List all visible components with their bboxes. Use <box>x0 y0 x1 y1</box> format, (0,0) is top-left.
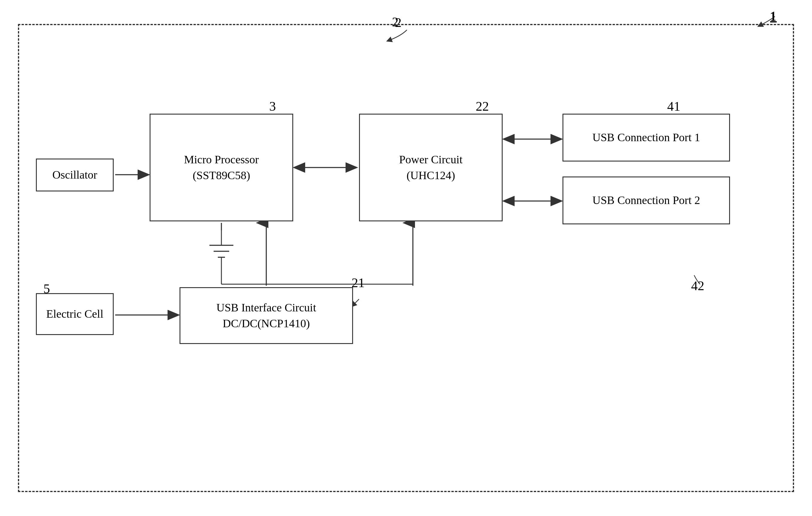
electric-cell-box: Electric Cell <box>36 293 114 335</box>
electric-cell-label: Electric Cell <box>47 306 104 322</box>
ref-usb-port1-number: 41 <box>667 99 680 114</box>
ref-main-number: 1 <box>770 8 777 24</box>
usb-interface-line1: USB Interface Circuit <box>216 300 316 315</box>
micro-line2: (SST89C58) <box>184 168 259 183</box>
ref-usb-port2-number: 42 <box>691 278 704 294</box>
ref-cell-number: 5 <box>44 281 50 297</box>
ref-power-number: 22 <box>476 99 489 114</box>
micro-line1: Micro Processor <box>184 152 259 168</box>
power-line1: Power Circuit <box>399 152 463 168</box>
usb-port2-label: USB Connection Port 2 <box>592 192 700 208</box>
usb-port2-box: USB Connection Port 2 <box>562 177 730 224</box>
ref-usb-interface-number: 21 <box>352 275 365 291</box>
ref-outer-box-number: 2 <box>392 14 399 30</box>
usb-interface-box: USB Interface Circuit DC/DC(NCP1410) <box>179 287 353 344</box>
usb-port1-box: USB Connection Port 1 <box>562 114 730 161</box>
usb-port1-label: USB Connection Port 1 <box>592 129 700 145</box>
oscillator-box: Oscillator <box>36 158 114 191</box>
micro-processor-box: Micro Processor (SST89C58) <box>150 114 293 221</box>
usb-interface-line2: DC/DC(NCP1410) <box>216 315 316 331</box>
ref-micro-number: 3 <box>269 99 276 114</box>
power-circuit-box: Power Circuit (UHC124) <box>359 114 503 221</box>
outer-dashed-border <box>18 24 794 492</box>
power-line2: (UHC124) <box>399 168 463 183</box>
oscillator-label: Oscillator <box>52 167 97 183</box>
